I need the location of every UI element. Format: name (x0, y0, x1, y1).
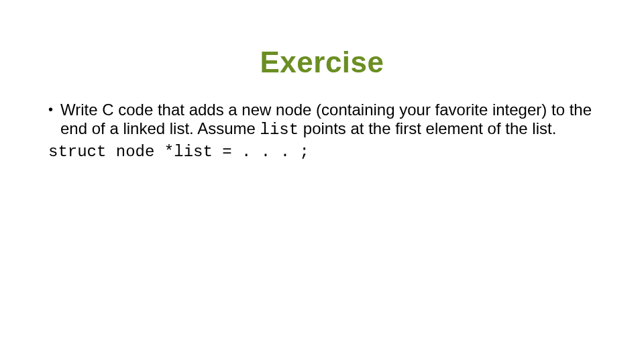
bullet-text-after: points at the first element of the list. (299, 119, 556, 137)
inline-code: list (260, 121, 299, 139)
title-text: Exercise (260, 46, 384, 78)
bullet-text: Write C code that adds a new node (conta… (60, 101, 596, 139)
slide-title: Exercise (0, 46, 644, 79)
code-line: struct node *list = . . . ; (48, 143, 596, 162)
slide-content: • Write C code that adds a new node (con… (48, 101, 596, 162)
bullet-marker: • (48, 101, 60, 139)
bullet-item: • Write C code that adds a new node (con… (48, 101, 596, 139)
slide: Exercise • Write C code that adds a new … (0, 0, 644, 362)
